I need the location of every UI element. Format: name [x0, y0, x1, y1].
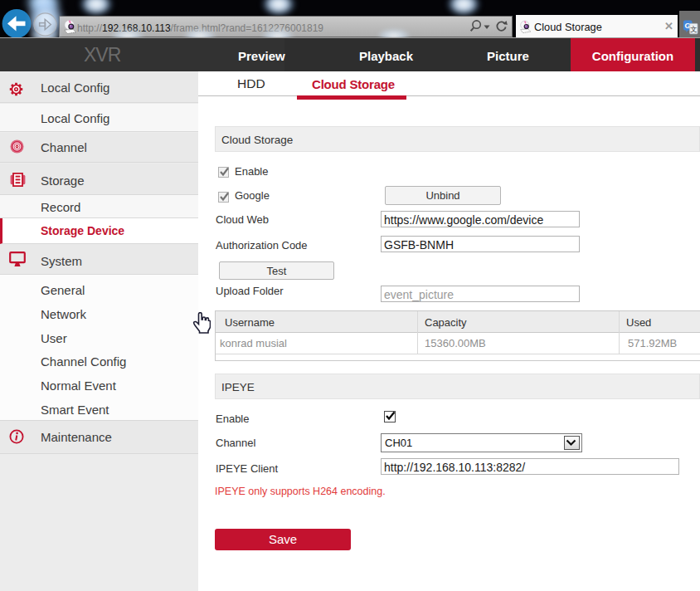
svg-text:文: 文 [690, 25, 698, 33]
